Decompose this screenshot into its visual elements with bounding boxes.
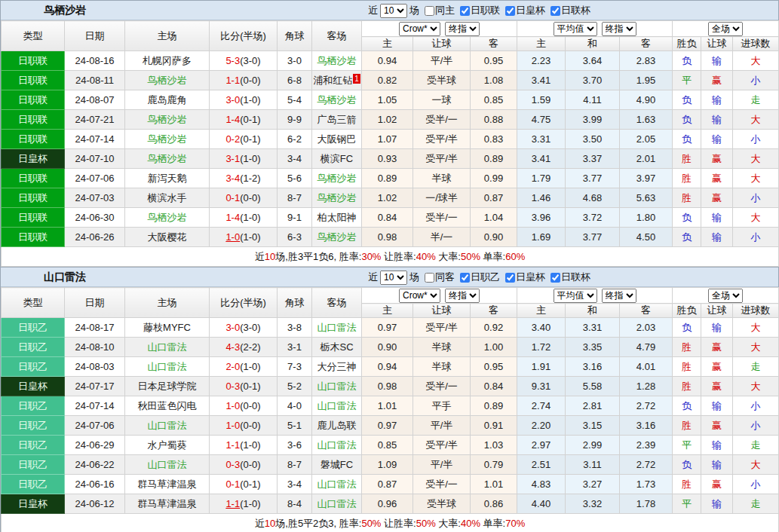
avg-away: 3.97 [620,169,673,188]
same-venue-checkbox[interactable] [425,6,434,16]
result-wdl: 负 [673,455,701,475]
league-checkbox-0[interactable] [460,6,470,16]
half-time-score: (1-0) [240,498,260,509]
away-team-link[interactable]: 栃木SC [312,338,362,357]
match-count-select[interactable]: 10 [380,4,407,18]
away-team-link[interactable]: 山口雷法 [312,475,362,494]
near-label: 近 [368,4,378,17]
full-time-score: 1-1 [225,75,240,86]
result-handicap: 输 [701,455,733,475]
away-team-link[interactable]: 山口雷法 [312,377,362,396]
match-date: 24-06-26 [65,228,125,247]
match-date: 24-06-29 [65,436,125,455]
avg-draw: 3.70 [566,71,620,90]
home-team-link[interactable]: 山口雷法 [125,357,210,377]
full-time-score: 1-0 [225,231,240,243]
home-team-link[interactable]: 山口雷法 [125,416,210,436]
home-team-link[interactable]: 鹿岛鹿角 [125,90,210,110]
away-team-link[interactable]: 磐城FC [312,455,362,475]
league-checkbox-1[interactable] [505,273,515,283]
home-team-link[interactable]: 藤枝MYFC [125,318,210,338]
home-team-link[interactable]: 群马草津温泉 [125,494,210,514]
home-team-link[interactable]: 大阪樱花 [125,228,210,247]
odds-handicap: 受半球 [413,71,471,90]
result-handicap: 输 [701,90,733,110]
league-checkbox-0[interactable] [460,273,470,283]
home-team-link[interactable]: 札幌冈萨多 [125,51,210,71]
away-team-link[interactable]: 山口雷法 [312,436,362,455]
away-team-link[interactable]: 大分三神 [312,357,362,377]
home-team-link[interactable]: 山口雷法 [125,338,210,357]
away-team-link[interactable]: 鹿儿岛联 [312,416,362,436]
odds-home: 0.94 [362,357,413,377]
half-time-score: (0-1) [240,381,260,392]
score-cell: 1-1(1-0) [210,494,278,514]
home-team-link[interactable]: 鸟栖沙岩 [125,208,210,228]
same-venue-checkbox[interactable] [425,273,434,283]
home-team-link[interactable]: 鸟栖沙岩 [125,110,210,130]
home-team-link[interactable]: 横滨水手 [125,188,210,208]
away-team-link[interactable]: 山口雷法 [312,396,362,416]
table-row: 日职联 24-06-26 大阪樱花 1-0(1-0) 6-3 鸟栖沙岩 0.98… [2,228,779,247]
away-team-link[interactable]: 山口雷法 [312,494,362,514]
summary-segment: 50% [461,251,480,262]
away-team-link[interactable]: 横滨FC [312,149,362,169]
away-team-link[interactable]: 浦和红钻1 [312,71,362,90]
away-team-link[interactable]: 柏太阳神 [312,208,362,228]
corner-count: 3-4 [278,475,312,494]
match-date: 24-07-10 [65,149,125,169]
result-handicap: 赢 [701,338,733,357]
avg-stage-select[interactable]: 终指 [602,289,636,303]
away-team-link[interactable]: 广岛三箭 [312,110,362,130]
match-date: 24-08-07 [65,90,125,110]
bookmaker-select[interactable]: Crow* [399,289,440,303]
away-team-link[interactable]: 鸟栖沙岩 [312,51,362,71]
summary-row: 近10场,胜5平2负3, 胜率:50% 让胜率:50% 大率:40% 单率:70… [2,514,779,532]
corner-count: 7-3 [278,357,312,377]
result-wdl: 胜 [673,475,701,494]
avg-stage-select[interactable]: 终指 [602,22,636,36]
team-history-section-yamaguchi: 山口雷法 近 10 场 同客 日职乙 日皇杯 日联杯 类型 日期 主场 [0,268,779,532]
home-team-link[interactable]: 群马草津温泉 [125,475,210,494]
avg-select[interactable]: 平均值 [554,289,597,303]
home-team-link[interactable]: 鸟栖沙岩 [125,149,210,169]
away-team-name: 栃木SC [320,341,353,353]
odds-away: 0.86 [471,494,517,514]
table-row: 日职乙 24-06-16 群马草津温泉 0-1(0-1) 3-4 山口雷法 0.… [2,475,779,494]
home-team-link[interactable]: 秋田蓝色闪电 [125,396,210,416]
league-checkbox-2[interactable] [551,6,560,16]
bookmaker-select[interactable]: Crow* [399,22,440,36]
match-count-select[interactable]: 10 [380,271,407,285]
home-team-link[interactable]: 新泻天鹅 [125,169,210,188]
half-time-score: (0-0) [240,400,260,411]
away-team-link[interactable]: 大阪钢巴 [312,130,362,149]
league-checkbox-2[interactable] [551,273,560,283]
avg-select[interactable]: 平均值 [554,22,597,36]
odds-stage-select[interactable]: 终指 [445,22,480,36]
odds-handicap: 受平/半 [413,436,471,455]
league-checkbox-1[interactable] [505,6,515,16]
odds-home: 1.02 [362,110,413,130]
away-team-link[interactable]: 鸟栖沙岩 [312,169,362,188]
away-team-link[interactable]: 鸟栖沙岩 [312,90,362,110]
result-goals: 大 [733,455,779,475]
games-label: 场 [409,4,419,17]
full-match-select[interactable]: 全场 [708,289,743,303]
home-team-link[interactable]: 鸟栖沙岩 [125,130,210,149]
home-team-link[interactable]: 水户蜀葵 [125,436,210,455]
home-team-link[interactable]: 山口雷法 [125,455,210,475]
corner-count: 3-6 [278,436,312,455]
table-row: 日职乙 24-08-17 藤枝MYFC 3-0(3-0) 3-8 山口雷法 0.… [2,318,779,338]
away-team-link[interactable]: 鸟栖沙岩 [312,188,362,208]
home-team-link[interactable]: 日本足球学院 [125,377,210,396]
avg-away: 1.28 [620,377,673,396]
full-match-select[interactable]: 全场 [708,22,743,36]
odds-stage-select[interactable]: 终指 [445,289,480,303]
avg-away: 2.03 [620,318,673,338]
away-team-link[interactable]: 鸟栖沙岩 [312,228,362,247]
half-time-score: (1-0) [240,153,260,164]
avg-home: 4.75 [517,110,566,130]
home-team-link[interactable]: 鸟栖沙岩 [125,71,210,90]
away-team-link[interactable]: 山口雷法 [312,318,362,338]
odds-home: 1.07 [362,130,413,149]
